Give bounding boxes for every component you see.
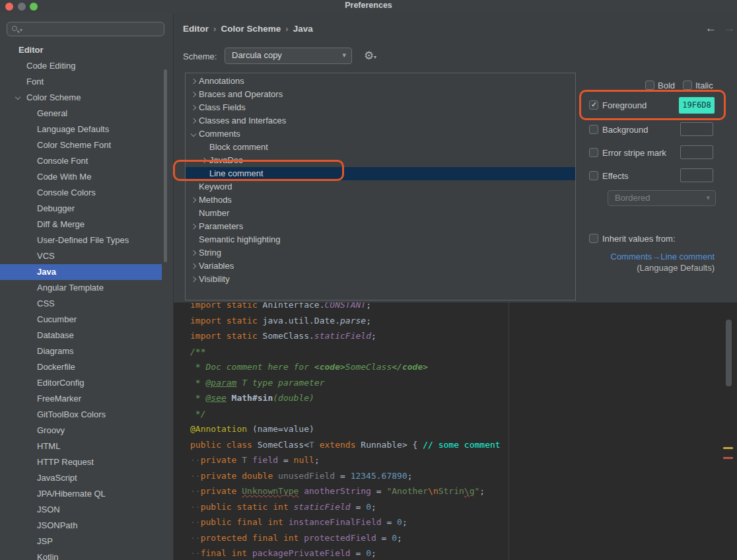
code-token: Runnable> { — [361, 440, 423, 450]
sidebar-item-database[interactable]: Database — [0, 328, 162, 343]
sidebar-item-general[interactable]: General — [0, 106, 162, 122]
inherit-checkbox[interactable] — [589, 234, 598, 243]
sidebar-item-java[interactable]: Java — [0, 264, 162, 280]
tree-item-semantic-highlighting[interactable]: Semantic highlighting — [186, 233, 575, 246]
tree-item-comments[interactable]: Comments — [186, 127, 575, 141]
code-token: = — [351, 502, 366, 512]
chevron-down-icon[interactable] — [15, 94, 20, 100]
inherit-source: Comments→Line comment (Language Defaults… — [575, 252, 715, 273]
code-token: */ — [190, 409, 205, 419]
code-token: public static int — [201, 502, 294, 512]
tree-item-classes-and-interfaces[interactable]: Classes and Interfaces — [186, 114, 575, 127]
sidebar-item-label: CSS — [37, 298, 55, 308]
sidebar-item-label: Font — [26, 77, 44, 87]
code-scrollbar[interactable] — [726, 320, 732, 386]
code-line: ··final int packagePrivateField = 0; — [190, 545, 501, 560]
sidebar-item-vcs[interactable]: VCS — [0, 248, 162, 264]
sidebar-item-label: VCS — [37, 251, 55, 261]
sidebar-item-console-font[interactable]: Console Font — [0, 153, 162, 169]
sidebar-item-console-colors[interactable]: Console Colors — [0, 185, 162, 201]
gear-caret-icon: ▾ — [374, 54, 376, 60]
code-token: ; — [479, 486, 485, 496]
tree-item-braces-and-operators[interactable]: Braces and Operators — [186, 88, 575, 101]
forward-arrow-icon[interactable]: → — [724, 22, 735, 35]
tree-item-string[interactable]: String — [186, 246, 575, 260]
sidebar-item-label: Code With Me — [37, 172, 91, 182]
code-preview[interactable]: import static AnInterface.CONSTANT;impor… — [174, 302, 737, 560]
code-token: parse — [340, 316, 366, 326]
tree-item-variables[interactable]: Variables — [186, 260, 575, 273]
sidebar-item-css[interactable]: CSS — [0, 296, 162, 312]
sidebar-item-diff-merge[interactable]: Diff & Merge — [0, 217, 162, 232]
breadcrumb-item-editor[interactable]: Editor — [183, 24, 209, 34]
code-token: Math#sin — [227, 393, 273, 403]
code-token: java.util.Date. — [263, 316, 340, 326]
sidebar-item-http-request[interactable]: HTTP Request — [0, 454, 162, 470]
sidebar-item-color-scheme[interactable]: Color Scheme — [0, 90, 162, 106]
sidebar-item-kotlin[interactable]: Kotlin — [0, 549, 162, 560]
sidebar-item-jpa-hibernate-ql[interactable]: JPA/Hibernate QL — [0, 486, 162, 502]
sidebar-item-editorconfig[interactable]: EditorConfig — [0, 375, 162, 391]
tree-item-methods[interactable]: Methods — [186, 193, 575, 207]
sidebar-item-jsonpath[interactable]: JSONPath — [0, 518, 162, 534]
inherit-source-subtext: (Language Defaults) — [575, 263, 715, 273]
breadcrumb-separator: › — [209, 24, 221, 34]
sidebar-item-html[interactable]: HTML — [0, 438, 162, 454]
error-stripe-checkbox[interactable] — [589, 148, 598, 157]
breadcrumb-item-color-scheme[interactable]: Color Scheme — [221, 24, 281, 34]
tree-item-parameters[interactable]: Parameters — [186, 220, 575, 233]
sidebar-item-groovy[interactable]: Groovy — [0, 423, 162, 438]
italic-checkbox[interactable] — [683, 81, 692, 90]
bold-checkbox[interactable] — [645, 81, 654, 90]
sidebar-item-freemarker[interactable]: FreeMarker — [0, 391, 162, 407]
sidebar-item-language-defaults[interactable]: Language Defaults — [0, 122, 162, 137]
sidebar-item-javascript[interactable]: JavaScript — [0, 470, 162, 486]
sidebar-item-color-scheme-font[interactable]: Color Scheme Font — [0, 137, 162, 153]
background-checkbox[interactable] — [589, 125, 598, 134]
code-token: AnInterface. — [263, 302, 325, 310]
bold-label: Bold — [658, 81, 675, 90]
sidebar-item-code-editing[interactable]: Code Editing — [0, 58, 162, 74]
code-token: = — [376, 533, 392, 543]
code-token: 0 — [392, 533, 397, 543]
tree-item-visibility[interactable]: Visibility — [186, 273, 575, 286]
sidebar-item-editor[interactable]: Editor — [0, 42, 162, 58]
back-arrow-icon[interactable]: ← — [705, 22, 717, 35]
sidebar-item-label: General — [37, 108, 67, 118]
code-token: = — [351, 548, 366, 558]
effects-color-box[interactable] — [680, 168, 713, 182]
code-token: instanceFinalField — [289, 517, 382, 527]
tree-item-label: Semantic highlighting — [186, 233, 281, 246]
sidebar-scrollbar[interactable] — [164, 69, 167, 262]
sidebar-item-label: JSON — [37, 505, 60, 514]
background-color-box[interactable] — [680, 122, 713, 136]
sidebar-item-diagrams[interactable]: Diagrams — [0, 343, 162, 359]
effects-style-dropdown[interactable]: Bordered ▾ — [608, 190, 716, 206]
sidebar-item-user-defined-file-types[interactable]: User-Defined File Types — [0, 232, 162, 248]
sidebar-item-jsp[interactable]: JSP — [0, 534, 162, 549]
sidebar-item-json[interactable]: JSON — [0, 502, 162, 518]
breadcrumb-separator: › — [281, 24, 293, 34]
code-token: <code> — [314, 362, 345, 372]
inherit-source-link[interactable]: Comments→Line comment — [575, 252, 715, 262]
error-stripe-color-box[interactable] — [680, 145, 713, 159]
tree-item-annotations[interactable]: Annotations — [186, 75, 575, 88]
tree-item-block-comment[interactable]: Block comment — [186, 141, 575, 154]
sidebar-item-cucumber[interactable]: Cucumber — [0, 312, 162, 328]
sidebar-item-label: EditorConfig — [37, 378, 85, 388]
search-input[interactable]: ▾ — [7, 22, 164, 36]
scheme-dropdown[interactable]: Darcula copy ▾ — [225, 48, 352, 64]
code-token: ·· — [190, 471, 201, 481]
sidebar-item-debugger[interactable]: Debugger — [0, 201, 162, 217]
sidebar-item-angular-template[interactable]: Angular Template — [0, 280, 162, 296]
effects-checkbox[interactable] — [589, 171, 598, 180]
sidebar-item-code-with-me[interactable]: Code With Me — [0, 169, 162, 185]
breadcrumb-item-java[interactable]: Java — [293, 24, 313, 34]
tree-item-number[interactable]: Number — [186, 207, 575, 220]
sidebar-item-gittoolbox-colors[interactable]: GitToolBox Colors — [0, 407, 162, 423]
tree-item-class-fields[interactable]: Class Fields — [186, 101, 575, 114]
gear-icon[interactable]: ⚙ — [364, 49, 374, 63]
sidebar-item-font[interactable]: Font — [0, 74, 162, 90]
sidebar-item-dockerfile[interactable]: Dockerfile — [0, 359, 162, 375]
tree-item-keyword[interactable]: Keyword — [186, 180, 575, 193]
